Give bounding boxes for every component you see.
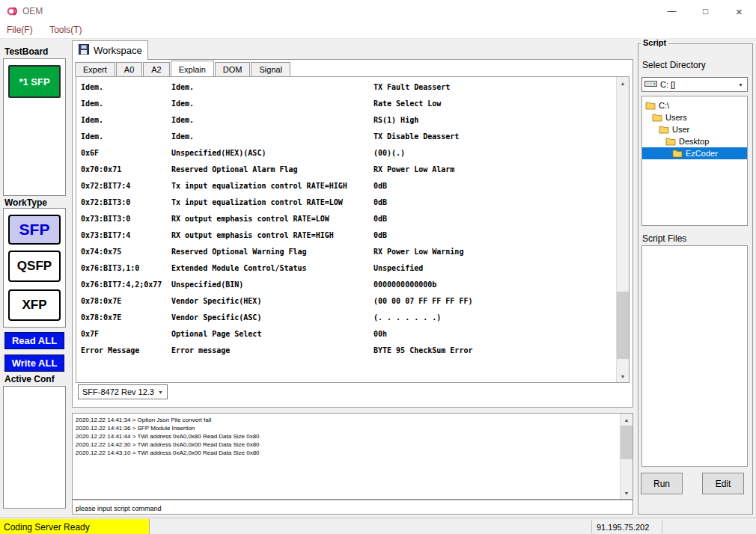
tab-signal[interactable]: Signal — [251, 62, 290, 76]
scroll-down-icon[interactable]: ▼ — [617, 370, 629, 382]
table-cell-address: 0x78:0x7E — [81, 313, 171, 322]
tree-item-label: C:\ — [659, 101, 669, 110]
worktype-xfp-button[interactable]: XFP — [8, 289, 61, 321]
worktype-sfp-button[interactable]: SFP — [8, 215, 61, 245]
tree-item-c-drive[interactable]: C:\ — [642, 99, 747, 111]
tab-explain[interactable]: Explain — [171, 61, 214, 76]
table-cell-address: Error Message — [81, 346, 171, 355]
table-row[interactable]: Idem. Idem. TX Fault Deassert — [81, 79, 616, 95]
read-all-button[interactable]: Read ALL — [4, 332, 64, 349]
maximize-button[interactable]: □ — [689, 0, 722, 22]
scroll-up-icon[interactable]: ▲ — [617, 77, 629, 89]
chevron-down-icon: ▼ — [734, 82, 747, 88]
tab-a0[interactable]: A0 — [116, 62, 142, 76]
tree-item-user[interactable]: User — [642, 123, 747, 135]
table-row[interactable]: 0x78:0x7E Vendor Specific(ASC) (. . . . … — [81, 309, 616, 325]
close-button[interactable]: × — [722, 0, 756, 22]
table-cell-description: Idem. — [171, 116, 374, 124]
table-cell-address: Idem. — [81, 83, 171, 91]
table-row[interactable]: 0x73:BIT7:4 RX output emphasis control R… — [81, 227, 616, 243]
drive-select-value: C: [] — [660, 80, 675, 89]
table-cell-address: 0x76:BIT3,1:0 — [81, 264, 171, 272]
table-cell-value: RX Power Low Warning — [374, 248, 616, 256]
table-row[interactable]: 0x76:BIT7:4,2;0x77 Unspecified(BIN) 0000… — [81, 276, 616, 292]
table-row[interactable]: Idem. Idem. RS(1) High — [81, 111, 616, 128]
table-cell-value: 00h — [374, 330, 616, 338]
spec-version-select[interactable]: SFF-8472 Rev 12.3 ▼ — [78, 384, 168, 399]
log-scroll-track[interactable] — [621, 426, 632, 487]
menubar: File(F) Tools(T) — [0, 22, 756, 39]
tree-item-label: EzCoder — [686, 149, 718, 158]
testboard-label: TestBoard — [4, 46, 48, 57]
table-row[interactable]: 0x73:BIT3:0 RX output emphasis control R… — [81, 210, 616, 227]
table-cell-address: 0x72:BIT7:4 — [81, 182, 171, 190]
script-command-input[interactable] — [73, 502, 632, 515]
table-scrollbar[interactable]: ▲ ▼ — [616, 77, 629, 382]
drive-select[interactable]: C: [] ▼ — [641, 77, 748, 92]
script-files-list[interactable] — [641, 245, 748, 467]
log-line: 2020.12.22 14:43:10 > TWI address 0xA2,0… — [76, 449, 620, 457]
command-box — [72, 500, 633, 515]
table-cell-value: 0dB — [374, 231, 616, 239]
tab-expert[interactable]: Expert — [75, 62, 115, 76]
minimize-button[interactable]: — — [655, 0, 689, 22]
table-scroll-track[interactable] — [617, 89, 629, 370]
directory-tree: C:\ Users User Desktop EzCoder — [641, 96, 748, 226]
log-output[interactable]: 2020.12.22 14:41:34 > Option Json File c… — [73, 414, 620, 499]
log-scroll-thumb[interactable] — [621, 426, 632, 459]
log-panel: 2020.12.22 14:41:34 > Option Json File c… — [72, 413, 633, 500]
table-scroll-thumb[interactable] — [617, 292, 629, 359]
table-row[interactable]: 0x70:0x71 Reserved Optional Alarm Flag R… — [81, 161, 616, 177]
save-icon — [79, 44, 89, 57]
table-cell-address: Idem. — [81, 116, 171, 124]
table-row[interactable]: 0x7F Optional Page Select 00h — [81, 325, 616, 342]
log-line: 2020.12.22 14:42:30 > TWI address 0xA0,0… — [76, 441, 620, 449]
table-row[interactable]: Error Message Error message BYTE 95 Chec… — [81, 342, 616, 358]
tree-item-users[interactable]: Users — [642, 111, 747, 123]
log-scrollbar[interactable]: ▲ ▼ — [620, 414, 632, 499]
table-cell-value: RX Power Low Alarm — [374, 165, 616, 174]
tab-a2[interactable]: A2 — [143, 62, 169, 76]
status-separator — [591, 521, 592, 533]
edit-button[interactable]: Edit — [702, 473, 744, 494]
table-cell-value: TX Disable Deassert — [374, 132, 616, 141]
table-cell-description: Idem. — [171, 99, 374, 108]
table-row[interactable]: 0x74:0x75 Reserved Optional Warning Flag… — [81, 243, 616, 260]
table-cell-value: TX Fault Deassert — [374, 83, 616, 91]
table-cell-description: Idem. — [171, 132, 374, 141]
table-row[interactable]: 0x78:0x7E Vendor Specific(HEX) (00 00 07… — [81, 292, 616, 309]
menu-tools[interactable]: Tools(T) — [43, 22, 88, 35]
table-cell-value: (00 00 07 FF FF FF FF) — [374, 297, 616, 305]
table-cell-address: 0x76:BIT7:4,2;0x77 — [81, 280, 171, 289]
scroll-up-icon[interactable]: ▲ — [621, 414, 632, 426]
table-cell-value: RS(1) High — [374, 116, 616, 124]
table-row[interactable]: 0x76:BIT3,1:0 Extended Module Control/St… — [81, 260, 616, 276]
tree-item-ezcoder[interactable]: EzCoder — [642, 147, 747, 159]
table-row[interactable]: Idem. Idem. Rate_Select Low — [81, 95, 616, 111]
worktype-qsfp-button[interactable]: QSFP — [8, 251, 61, 282]
table-row[interactable]: Idem. Idem. TX Disable Deassert — [81, 128, 616, 144]
tab-dom[interactable]: DOM — [215, 62, 251, 76]
open-folder-icon — [672, 149, 683, 158]
workspace-inner-tabs: Expert A0 A2 Explain DOM Signal — [75, 62, 291, 76]
table-cell-address: 0x74:0x75 — [81, 248, 171, 256]
tree-item-desktop[interactable]: Desktop — [642, 135, 747, 147]
table-row[interactable]: 0x72:BIT7:4 Tx input equalization contro… — [81, 177, 616, 194]
drive-icon — [644, 80, 657, 89]
menu-file[interactable]: File(F) — [0, 22, 40, 35]
server-ip: 91.195.75.202 — [597, 519, 649, 534]
board-sfp-button[interactable]: *1 SFP — [8, 65, 61, 98]
write-all-button[interactable]: Write ALL — [4, 355, 64, 372]
table-row[interactable]: 0x72:BIT3:0 Tx input equalization contro… — [81, 194, 616, 210]
status-message: Coding Server Ready — [0, 519, 150, 534]
workspace-tab-label: Workspace — [94, 45, 142, 56]
app-logo-icon — [7, 5, 19, 17]
table-cell-value: BYTE 95 CheckSum Error — [374, 346, 616, 355]
spec-version-value: SFF-8472 Rev 12.3 — [82, 387, 154, 396]
table-cell-description: Extended Module Control/Status — [171, 264, 374, 272]
table-cell-description: RX output emphasis control RATE=LOW — [171, 215, 374, 223]
scroll-down-icon[interactable]: ▼ — [621, 487, 632, 499]
workspace-tab[interactable]: Workspace — [72, 40, 148, 60]
run-button[interactable]: Run — [641, 473, 683, 494]
table-row[interactable]: 0x6F Unspecified(HEX)(ASC) (00)(.) — [81, 144, 616, 161]
